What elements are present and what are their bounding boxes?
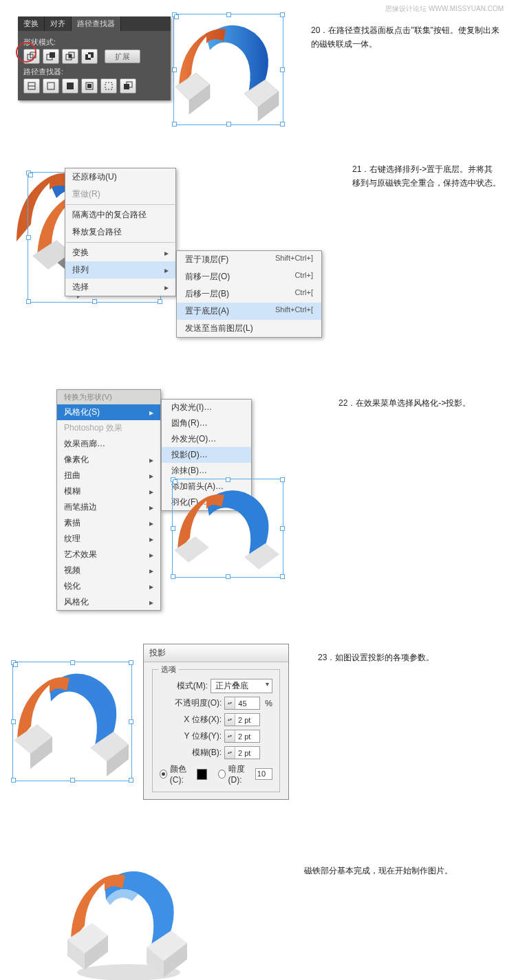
x-offset-input[interactable]: ▴▾2 pt [224,713,260,726]
svg-rect-17 [105,83,112,89]
color-label: 颜色(C): [170,763,194,785]
magnet-selected [172,12,289,133]
sub-round[interactable]: 圆角(R)… [162,415,251,431]
effect-stylize[interactable]: 风格化(S)▸ [57,404,160,420]
svg-rect-14 [67,83,74,89]
svg-rect-10 [88,54,91,58]
intersect-button[interactable] [62,49,78,64]
sub-scribble[interactable]: 涂抹(B)… [162,463,251,479]
menu-bring-forward[interactable]: 前移一层(O)Ctrl+] [177,268,321,285]
blur-input[interactable]: ▴▾2 pt [224,746,260,759]
menu-undo[interactable]: 还原移动(U) [65,168,175,186]
effect-video[interactable]: 视频▸ [57,563,160,578]
darkness-radio[interactable] [218,770,226,778]
pathfinder-label: 路径查找器: [23,67,165,77]
effect-ps: Photoshop 效果 [57,420,160,436]
effect-brush[interactable]: 画笔描边▸ [57,499,160,515]
darkness-input[interactable]: 10 [255,768,272,780]
step-22: 转换为形状(V) 风格化(S)▸ Photoshop 效果 效果画廊… 像素化▸… [0,389,516,589]
step-21: 还原移动(U) 重做(R) 隔离选中的复合路径 释放复合路径 变换▸ 排列▸ 选… [0,155,516,334]
minus-back-button[interactable] [120,78,136,94]
magnet-22 [171,479,288,589]
mode-select[interactable]: 正片叠底 [211,679,272,693]
menu-isolate[interactable]: 隔离选中的复合路径 [65,206,175,224]
svg-rect-13 [47,83,54,89]
options-legend: 选项 [158,664,179,675]
outline-button[interactable] [100,78,117,94]
x-offset-label: X 位移(X): [184,714,222,726]
expand-button[interactable]: 扩展 [105,50,140,63]
tab-transform[interactable]: 变换 [18,17,45,31]
step-23-text: 23．如图设置投影的各项参数。 [304,644,508,664]
menu-release[interactable]: 释放复合路径 [65,224,175,241]
divide-button[interactable] [23,78,40,94]
tab-pathfinder[interactable]: 路径查找器 [72,17,121,31]
opacity-input[interactable]: ▴▾45 [224,697,260,710]
effect-distort[interactable]: 扭曲▸ [57,468,160,483]
y-offset-input[interactable]: ▴▾2 pt [224,730,260,743]
magnet-final [63,857,194,980]
unite-button[interactable] [23,49,40,64]
sub-outer-glow[interactable]: 外发光(O)… [162,431,251,447]
menu-send-layer[interactable]: 发送至当前图层(L) [177,320,321,337]
minus-front-button[interactable] [43,49,59,64]
sub-inner-glow[interactable]: 内发光(I)… [162,400,251,415]
menu-send-back[interactable]: 置于底层(A)Shift+Ctrl+[ [177,303,321,320]
final-text: 磁铁部分基本完成，现在开始制作图片。 [290,857,508,878]
menu-arrange[interactable]: 排列▸ [65,261,175,279]
effect-sketch[interactable]: 素描▸ [57,515,160,531]
step-20: 变换 对齐 路径查找器 形状模式: 扩展 路径查找器: [0,17,516,100]
svg-rect-19 [124,84,129,89]
color-swatch[interactable] [197,769,207,780]
effect-artistic[interactable]: 艺术效果▸ [57,547,160,563]
color-radio[interactable] [160,770,167,778]
opacity-label: 不透明度(O): [175,697,222,709]
step-23: 投影 选项 模式(M): 正片叠底 不透明度(O): ▴▾45 % X 位移(X… [0,644,516,802]
step-21-text: 21．右键选择排列->置于底层。并将其移到与原磁铁完全重合，保持选中状态。 [338,155,508,190]
dialog-title: 投影 [144,644,288,662]
menu-redo: 重做(R) [65,186,175,203]
menu-bring-front[interactable]: 置于顶层(F)Shift+Ctrl+] [177,251,321,268]
drop-shadow-dialog: 投影 选项 模式(M): 正片叠底 不透明度(O): ▴▾45 % X 位移(X… [143,644,289,800]
effect-gallery[interactable]: 效果画廊… [57,436,160,452]
trim-button[interactable] [43,78,59,94]
darkness-label: 暗度(D): [228,763,252,785]
context-menu: 还原移动(U) 重做(R) 隔离选中的复合路径 释放复合路径 变换▸ 排列▸ 选… [65,168,176,296]
effect-stylize2[interactable]: 风格化▸ [57,594,160,610]
effect-convert: 转换为形状(V) [57,390,160,404]
step-final: 磁铁部分基本完成，现在开始制作图片。 [0,857,516,980]
effect-texture[interactable]: 纹理▸ [57,531,160,547]
pathfinder-panel: 变换 对齐 路径查找器 形状模式: 扩展 路径查找器: [18,17,171,100]
sub-drop-shadow[interactable]: 投影(D)… [162,447,251,463]
svg-rect-16 [87,84,92,88]
step-20-text: 20．在路径查找器面板点击"联集"按钮。使复制出来的磁铁联成一体。 [297,17,508,52]
pct-label: % [265,699,272,708]
svg-rect-4 [50,52,55,58]
menu-send-backward[interactable]: 后移一层(B)Ctrl+[ [177,285,321,303]
mode-label: 模式(M): [177,680,208,692]
step-22-text: 22．在效果菜单选择风格化->投影。 [325,389,508,410]
effect-menu: 转换为形状(V) 风格化(S)▸ Photoshop 效果 效果画廊… 像素化▸… [56,389,161,611]
exclude-button[interactable] [81,49,98,64]
menu-transform[interactable]: 变换▸ [65,244,175,261]
blur-label: 模糊(B): [192,747,222,759]
shape-mode-label: 形状模式: [23,37,165,47]
y-offset-label: Y 位移(Y): [184,730,222,742]
svg-rect-7 [69,54,72,58]
magnet-23 [10,660,137,787]
arrange-submenu: 置于顶层(F)Shift+Ctrl+] 前移一层(O)Ctrl+] 后移一层(B… [176,250,322,338]
menu-select[interactable]: 选择▸ [65,279,175,296]
merge-button[interactable] [62,78,78,94]
effect-sharpen[interactable]: 锐化▸ [57,578,160,594]
effect-blur[interactable]: 模糊▸ [57,483,160,499]
crop-button[interactable] [81,78,98,94]
tab-align[interactable]: 对齐 [45,17,72,31]
effect-pixelate[interactable]: 像素化▸ [57,452,160,468]
